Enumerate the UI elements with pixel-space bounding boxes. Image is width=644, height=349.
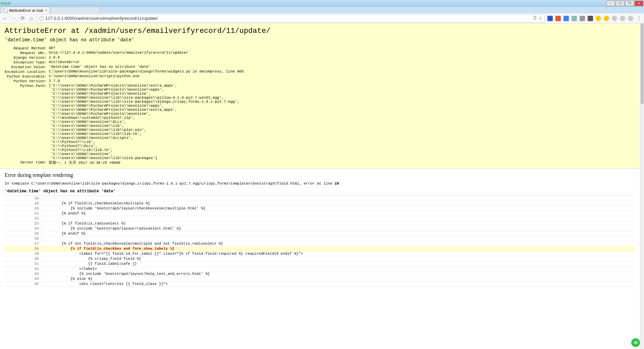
- error-exception-value: 'datetime.time' object has no attribute …: [5, 37, 635, 43]
- source-line: 35 <div class="controls {{ field_class }…: [5, 282, 635, 287]
- source-line: 31 {{ field.label|safe }}: [5, 261, 635, 266]
- source-line: 33 {% include 'bootstrap3/layout/help_te…: [5, 271, 635, 277]
- line-code: </label>: [42, 266, 635, 271]
- extension-icon[interactable]: [628, 16, 633, 21]
- source-line: 21 {% endif %}: [5, 211, 635, 216]
- meta-value: C:\Users\DONG\mxonline\lib\site-packages…: [49, 69, 244, 74]
- source-line: 34 {% else %}: [5, 277, 635, 282]
- tab-close-icon[interactable]: ×: [45, 8, 48, 13]
- extension-icon[interactable]: [580, 16, 585, 21]
- browser-tab-strip: AttributeError at /xad ×: [0, 7, 644, 13]
- home-button[interactable]: ⌂: [28, 15, 34, 21]
- extension-icon[interactable]: [612, 16, 617, 21]
- window-close-button[interactable]: ✕: [635, 1, 643, 6]
- line-code: {% include 'bootstrap3/layout/checkboxse…: [42, 206, 635, 211]
- os-titlebar: ■ ■ ■ ─ ☐ ❐ ✕: [0, 0, 644, 7]
- line-code: {% if field|is_checkboxselectmultiple %}: [42, 201, 635, 206]
- line-code: {% if field|is_radioselect %}: [42, 221, 635, 226]
- browser-menu-icon[interactable]: ⋮: [636, 15, 642, 21]
- meta-value: 'datetime.time' object has no attribute …: [49, 65, 244, 69]
- line-code: [42, 236, 635, 241]
- line-code: <div class="controls {{ field_class }}">: [42, 282, 635, 287]
- meta-value: http://127.0.0.1:8000/xadmin/users/email…: [49, 51, 244, 55]
- line-code: [42, 216, 635, 221]
- line-number: 20: [5, 206, 42, 211]
- extension-icons: ⋮: [547, 15, 642, 21]
- source-line: 26: [5, 236, 635, 241]
- extension-icon[interactable]: [620, 16, 625, 21]
- url-text: 127.0.0.1:8000/xadmin/users/emailverifyr…: [45, 16, 158, 21]
- scrollbar-track[interactable]: [640, 23, 644, 349]
- browser-toolbar: ← → ⟳ ⌂ i 127.0.0.1:8000/xadmin/users/em…: [0, 13, 644, 23]
- source-line: 32 </label>: [5, 266, 635, 271]
- extension-icon[interactable]: [604, 16, 609, 21]
- line-number: 26: [5, 236, 42, 241]
- line-number: 25: [5, 231, 42, 236]
- browser-tab-inactive[interactable]: [50, 7, 100, 13]
- meta-value: GET: [49, 46, 244, 51]
- line-code: <label for="{{ field.id_for_label }}" cl…: [42, 251, 635, 256]
- line-number: 28: [5, 246, 42, 251]
- source-line: 25 {% endif %}: [5, 231, 635, 236]
- source-line: 19 {% if field|is_checkboxselectmultiple…: [5, 201, 635, 206]
- line-number: 22: [5, 216, 42, 221]
- window-restore-button[interactable]: ❐: [625, 1, 634, 6]
- bookmark-star-icon[interactable]: ☆: [538, 15, 542, 21]
- line-number: 19: [5, 201, 42, 206]
- translate-icon[interactable]: ⠿: [532, 15, 538, 21]
- line-code: {% else %}: [42, 277, 635, 282]
- source-line: 23 {% if field|is_radioselect %}: [5, 221, 635, 226]
- line-number: 24: [5, 226, 42, 231]
- extension-icon[interactable]: [596, 16, 601, 21]
- page-viewport: AttributeError at /xadmin/users/emailver…: [0, 23, 640, 349]
- line-code: {% crispy_field field %}: [42, 256, 635, 261]
- meta-value: 星期一, 1 五月 2017 10:39:25 +0800: [49, 160, 244, 165]
- line-code: {% endif %}: [42, 231, 635, 236]
- error-meta-table: Request Method:GET Request URL:http://12…: [5, 46, 244, 165]
- line-code: [42, 196, 635, 201]
- reload-button[interactable]: ⟳: [19, 15, 25, 21]
- meta-value: C:\Users\DONG\mxonline\Scripts\python.ex…: [49, 74, 244, 79]
- back-button[interactable]: ←: [2, 15, 8, 21]
- extension-icon[interactable]: [547, 16, 553, 21]
- meta-label: Exception Value:: [5, 65, 49, 69]
- meta-label: Django Version:: [5, 55, 49, 60]
- line-code: {% include 'bootstrap3/layout/radioselec…: [42, 226, 635, 231]
- source-line: 18: [5, 196, 635, 201]
- meta-label: Python Executable:: [5, 74, 49, 79]
- site-info-icon[interactable]: i: [39, 16, 44, 21]
- address-bar[interactable]: i 127.0.0.1:8000/xadmin/users/emailverif…: [37, 14, 545, 22]
- extension-icon[interactable]: [564, 16, 569, 21]
- source-line: 30 {% crispy_field field %}: [5, 256, 635, 261]
- source-line: 24 {% include 'bootstrap3/layout/radiose…: [5, 226, 635, 231]
- template-error-message: 'datetime.time' object has no attribute …: [5, 189, 635, 194]
- line-number: 18: [5, 196, 42, 201]
- line-number: 30: [5, 256, 42, 261]
- window-minimize-button[interactable]: ─: [606, 1, 615, 6]
- line-code: {% endif %}: [42, 211, 635, 216]
- line-code: {% if field|is_checkbox and form_show_la…: [42, 246, 635, 251]
- error-title: AttributeError at /xadmin/users/emailver…: [5, 27, 635, 35]
- meta-value: ['C:\\Users\\DONG\\PycharmProjects\\mxon…: [49, 84, 244, 160]
- source-line: 29 <label for="{{ field.id_for_label }}"…: [5, 251, 635, 256]
- extension-icon[interactable]: [588, 16, 593, 21]
- window-maximize-button[interactable]: ☐: [616, 1, 625, 6]
- source-line: 20 {% include 'bootstrap3/layout/checkbo…: [5, 206, 635, 211]
- meta-label: Python Path:: [5, 84, 49, 160]
- line-number: 35: [5, 282, 42, 287]
- template-source-table: 1819 {% if field|is_checkboxselectmultip…: [5, 196, 635, 287]
- extension-icon[interactable]: [572, 16, 577, 21]
- meta-value: 2.7.9: [49, 79, 244, 84]
- meta-label: Exception Type:: [5, 60, 49, 65]
- scrollbar-thumb[interactable]: [641, 23, 644, 104]
- browser-tab-active[interactable]: AttributeError at /xad ×: [1, 7, 50, 13]
- line-number: 31: [5, 261, 42, 266]
- extension-icon[interactable]: [555, 16, 561, 21]
- line-number: 34: [5, 277, 42, 282]
- tab-title: AttributeError at /xad: [9, 8, 43, 12]
- source-line: 27 {% if not field|is_checkboxselectmult…: [5, 241, 635, 246]
- floating-badge[interactable]: 28: [631, 338, 640, 347]
- forward-button[interactable]: →: [11, 15, 17, 21]
- line-code: {% if not field|is_checkboxselectmultipl…: [42, 241, 635, 246]
- line-number: 27: [5, 241, 42, 246]
